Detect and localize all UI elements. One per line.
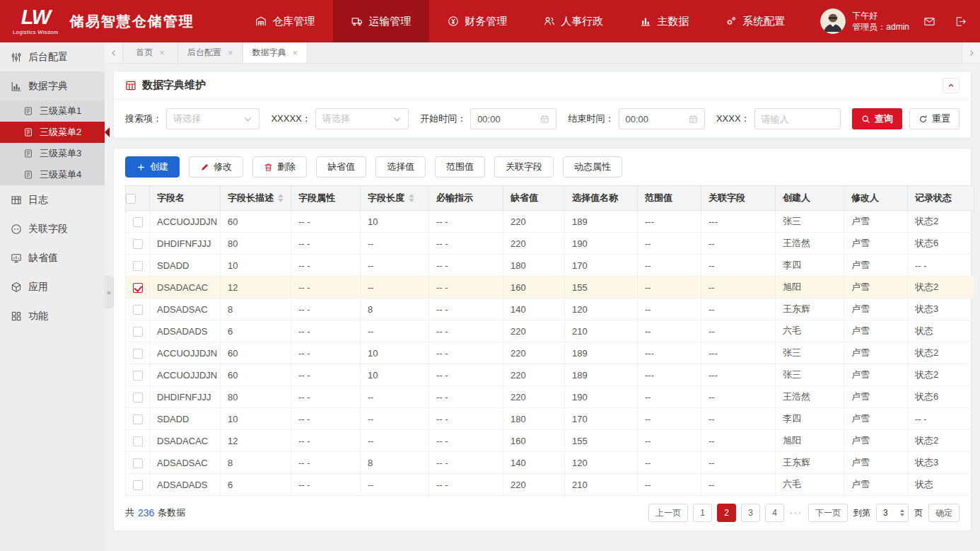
row-checkbox[interactable]: [133, 480, 143, 490]
table-cell: -- -: [291, 452, 361, 474]
column-header: 选择值名称: [565, 186, 638, 211]
user-area[interactable]: 下午好 管理员：admin: [820, 8, 909, 34]
sidebar-item-logs[interactable]: 日志: [0, 185, 105, 214]
sidebar-collapse-handle[interactable]: «: [105, 276, 114, 308]
page-button-4[interactable]: 4: [765, 504, 784, 522]
prev-page-button[interactable]: 上一页: [648, 504, 688, 522]
table-row[interactable]: SDADD10-- ----- -180170----李四卢雪-- -: [126, 255, 974, 277]
row-checkbox[interactable]: [133, 414, 143, 424]
select-all-checkbox[interactable]: [126, 194, 136, 204]
row-checkbox[interactable]: [133, 239, 143, 249]
page-button-1[interactable]: 1: [693, 504, 712, 522]
delete-button[interactable]: 删除: [252, 156, 307, 178]
next-page-button[interactable]: 下一页: [808, 504, 848, 522]
sidebar-item-submenu-4[interactable]: 三级菜单4: [0, 164, 105, 185]
row-checkbox[interactable]: [133, 217, 143, 227]
sidebar-item-backend-config[interactable]: 后台配置: [0, 42, 105, 71]
row-checkbox[interactable]: [133, 261, 143, 271]
start-time-input[interactable]: 00:00: [470, 108, 556, 129]
sidebar-item-functions[interactable]: 功能: [0, 301, 105, 330]
table-row[interactable]: ACCUOJJDJN60-- -10-- -220189------张三卢雪状态…: [126, 342, 974, 364]
row-checkbox[interactable]: [133, 283, 143, 293]
tab-1[interactable]: 后台配置×: [178, 42, 243, 63]
sidebar-item-data-dictionary[interactable]: 数据字典: [0, 71, 105, 100]
table-cell: --: [361, 255, 429, 277]
table-cell: --: [638, 320, 701, 342]
create-button[interactable]: 创建: [125, 156, 180, 178]
tab-scroll-right[interactable]: [962, 42, 980, 63]
chevron-up-icon: [947, 82, 955, 89]
row-checkbox[interactable]: [133, 349, 143, 359]
sidebar-item-label: 后台配置: [28, 51, 68, 64]
table-row[interactable]: DHDIFNFJJJ80-- ----- -220190----王浩然卢雪状态6: [126, 233, 974, 255]
query-button[interactable]: 查询: [852, 108, 902, 129]
end-time-input[interactable]: 00:00: [619, 108, 705, 129]
table-row[interactable]: DHDIFNFJJJ80-- ----- -220190----王浩然卢雪状态6: [126, 386, 974, 408]
nav-item-label: 系统配置: [742, 15, 785, 28]
search-item-select[interactable]: 请选择: [166, 108, 259, 129]
nav-item-system-config[interactable]: 系统配置: [707, 0, 803, 42]
sort-icon[interactable]: [409, 194, 414, 202]
default-value-button[interactable]: 缺省值: [316, 156, 366, 178]
sidebar-item-submenu-2[interactable]: 三级菜单2: [0, 122, 105, 143]
reset-button[interactable]: 重置: [909, 108, 959, 129]
stepper-icon[interactable]: [900, 509, 904, 516]
confirm-button[interactable]: 确定: [928, 504, 959, 522]
row-checkbox[interactable]: [133, 458, 143, 468]
table-row[interactable]: ADSADADS6-- ----- -220210----六毛卢雪状态: [126, 320, 974, 342]
sidebar-item-applications[interactable]: 应用: [0, 272, 105, 301]
warehouse-icon: [255, 16, 267, 27]
table-row[interactable]: SDADD10-- ----- -180170----李四卢雪-- -: [126, 408, 974, 430]
table-row[interactable]: ADSADADS6-- ----- -220210----六毛卢雪状态: [126, 474, 974, 496]
close-icon[interactable]: ×: [159, 48, 165, 57]
range-value-button[interactable]: 范围值: [435, 156, 485, 178]
table-cell: 10: [361, 364, 429, 386]
table-row[interactable]: ADSADSAC8-- -8-- -140120----王东辉卢雪状态3: [126, 298, 974, 320]
table-cell: -- -: [429, 211, 503, 233]
table-cell: 155: [565, 277, 638, 298]
row-checkbox[interactable]: [133, 436, 143, 446]
bar-chart-icon: [640, 16, 651, 27]
row-checkbox[interactable]: [133, 305, 143, 315]
nav-item-warehouse[interactable]: 仓库管理: [237, 0, 333, 42]
related-field-button[interactable]: 关联字段: [494, 156, 554, 178]
page-button-3[interactable]: 3: [741, 504, 760, 522]
sidebar-item-submenu-3[interactable]: 三级菜单3: [0, 143, 105, 164]
nav-item-transport[interactable]: 运输管理: [333, 0, 429, 42]
table-row[interactable]: ACCUOJJDJN60-- -10-- -220189------张三卢雪状态…: [126, 211, 974, 233]
tab-scroll-left[interactable]: [105, 42, 123, 63]
sidebar-item-submenu-1[interactable]: 三级菜单1: [0, 100, 105, 122]
page-button-2[interactable]: 2: [717, 504, 736, 522]
goto-page-input[interactable]: 3: [876, 504, 909, 522]
row-checkbox[interactable]: [133, 393, 143, 402]
row-checkbox[interactable]: [133, 371, 143, 381]
nav-item-master-data[interactable]: 主数据: [622, 0, 707, 42]
tab-2[interactable]: 数据字典×: [243, 42, 308, 63]
table-cell: -- -: [291, 211, 361, 233]
row-checkbox[interactable]: [133, 327, 143, 337]
dynamic-attr-button[interactable]: 动态属性: [563, 156, 622, 178]
xxxx-input[interactable]: [754, 108, 841, 129]
close-icon[interactable]: ×: [228, 48, 233, 57]
nav-item-hr[interactable]: 人事行政: [525, 0, 622, 42]
panel-collapse-button[interactable]: [943, 78, 959, 93]
table-row[interactable]: ADSADSAC8-- -8-- -140120----王东辉卢雪状态3: [126, 452, 974, 474]
close-icon[interactable]: ×: [293, 48, 298, 57]
tab-0[interactable]: 首页×: [123, 42, 178, 63]
table-cell: -- -: [429, 364, 503, 386]
table-row[interactable]: DSADACAC12-- ----- -160155----旭阳卢雪状态2: [126, 277, 974, 298]
edit-button[interactable]: 修改: [189, 156, 243, 178]
more-pages-button[interactable]: ···: [789, 504, 803, 522]
select-value-button[interactable]: 选择值: [375, 156, 426, 178]
xxxxx-select[interactable]: 请选择: [315, 108, 409, 129]
sort-icon[interactable]: [278, 194, 284, 202]
sidebar-item-related-fields[interactable]: 关联字段: [0, 214, 105, 243]
sidebar-item-default-values[interactable]: 缺省值: [0, 243, 105, 272]
grid-icon: [11, 195, 22, 206]
mail-button[interactable]: [918, 11, 940, 32]
table-row[interactable]: DSADACAC12-- ----- -160155----旭阳卢雪状态2: [126, 430, 974, 452]
table-cell: 卢雪: [844, 342, 908, 364]
table-row[interactable]: ACCUOJJDJN60-- -10-- -220189------张三卢雪状态…: [126, 364, 974, 386]
nav-item-finance[interactable]: 财务管理: [429, 0, 525, 42]
logout-button[interactable]: [949, 11, 972, 32]
